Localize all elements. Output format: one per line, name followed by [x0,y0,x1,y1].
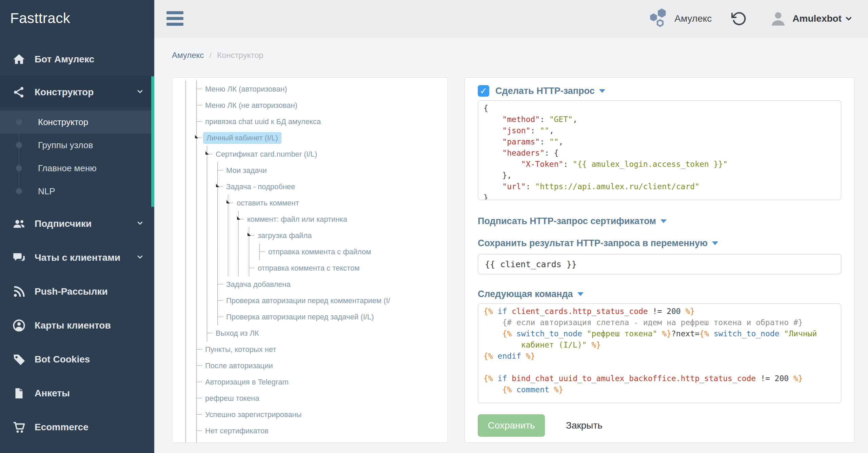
subitem-label: NLP [38,186,55,197]
tree-node-label: отправка коммента с текстом [256,262,362,274]
tree-node-label: Личный кабинет (I/L) [203,132,281,144]
tree-node[interactable]: оставить коммент [228,195,448,211]
section-caret-icon [712,241,718,245]
chevron-down-icon [136,87,144,97]
breadcrumb: Амулекс/Конструктор [154,38,868,60]
subitem-label: Конструктор [38,117,88,127]
tree-node[interactable]: Меню ЛК (не авторизован) [197,97,448,114]
tree-node[interactable]: Личный кабинет (I/L) [197,130,448,146]
tree-node[interactable]: После авторизации [197,358,448,374]
sidebar-item-push[interactable]: Push-Рассылки [0,275,154,309]
tree-node-label: Меню ЛК (не авторизован) [203,100,299,111]
constructor-submenu: Конструктор Группы узлов Главное меню NL… [0,108,154,207]
user-avatar[interactable] [769,10,787,27]
result-variable-input[interactable]: {{ client_cards }} [478,254,841,274]
username-label: Amulexbot [792,13,842,24]
sidebar-item-constructor[interactable]: Конструктор [0,76,154,108]
sidebar-subitem-nlp[interactable]: NLP [0,180,154,203]
sign-request-section-header[interactable]: Подписать HTTP-запрос сертификатом [478,216,656,226]
expanded-triangle-icon[interactable] [226,200,230,203]
sidebar-item-client-chats[interactable]: Чаты с клиентами [0,241,154,275]
sidebar-group-constructor: Конструктор Конструктор Группы узлов Гла… [0,76,154,207]
tree-node[interactable]: Авторизация в Telegram [197,374,448,390]
tree-node[interactable]: Проверка авторизации перед задачей (I/L) [218,309,448,325]
chats-icon [12,251,26,264]
tree-node[interactable]: Проверка авторизации перед комментарием … [218,293,448,309]
tree-node[interactable]: привязка chat uuid к БД амулекса [197,114,448,130]
expanded-triangle-icon[interactable] [237,216,240,220]
hamburger-menu-button[interactable] [166,8,183,28]
sidebar-item-label: Push-Рассылки [35,286,108,297]
app-window: Fasttrack Бот Амулекс Конструктор Констр… [0,0,868,453]
tree-node-label: Сертификат card.number (I/L) [214,149,319,160]
topbar: Амулекс Amulexbot [154,0,868,37]
user-circle-icon [12,319,26,332]
tree-node[interactable]: Задача - подробнее [218,179,448,195]
section-caret-icon [577,292,584,296]
sidebar-item-subscribers[interactable]: Подписчики [0,207,154,241]
tree-node[interactable]: загрузка файла [249,228,448,244]
expanded-triangle-icon[interactable] [195,135,198,138]
next-command-code-editor[interactable]: {% if client_cards.http_status_code != 2… [478,303,841,403]
tree-node[interactable]: Задача добавлена [218,276,448,293]
sidebar-item-bot-amulex[interactable]: Бот Амулекс [0,42,154,76]
section-caret-icon [599,89,605,93]
sidebar-item-forms[interactable]: Анкеты [0,376,154,410]
topbar-right: Амулекс Amulexbot [649,7,853,30]
save-result-section-header[interactable]: Сохранить результат HTTP-запроса в перем… [478,238,708,249]
sidebar-item-label: Конструктор [35,87,94,98]
tree-node[interactable]: отправка коммента с файлом [260,244,448,260]
home-icon [12,53,26,66]
breadcrumb-link-bot[interactable]: Амулекс [172,51,204,60]
tree-node[interactable]: коммент: файл или картинка [239,211,448,228]
sidebar-item-label: Карты клиентов [35,320,111,331]
tree-node-label: Мои задачи [224,165,269,176]
sidebar-item-bot-cookies[interactable]: Bot Cookies [0,342,154,376]
expanded-triangle-icon[interactable] [216,184,219,187]
tree-node-label: загрузка файла [256,230,314,241]
sidebar-item-label: Бот Амулекс [35,54,94,65]
tree-node-label: оставить коммент [235,197,301,209]
tree-node[interactable]: рефреш токена [197,390,448,407]
save-button[interactable]: Сохранить [478,414,545,437]
node-tree: Меню ЛК (авторизован)Меню ЛК (не авториз… [172,78,448,443]
chevron-down-icon [136,253,144,262]
file-icon [12,387,26,399]
tree-node[interactable]: Пункты, которых нет [197,341,448,358]
users-icon [12,217,26,231]
tree-node[interactable]: Выход из ЛК [207,325,448,341]
chevron-down-icon [136,219,144,229]
tree-node[interactable]: Сертификат card.number (I/L) [207,146,448,162]
undo-icon[interactable] [731,11,747,26]
http-request-section-header[interactable]: Сделать HTTP-запрос [495,86,595,96]
bot-selector[interactable]: Амулекс [649,7,712,30]
tree-node[interactable]: Успешно зарегистрированы [197,407,448,423]
tree-node-label: Задача добавлена [224,279,293,290]
tree-node[interactable]: Нет сертификатов [197,423,448,439]
expanded-triangle-icon[interactable] [248,233,251,236]
hexagons-logo-icon [649,7,670,30]
sidebar-item-label: Подписчики [35,218,92,229]
expanded-triangle-icon[interactable] [205,151,209,155]
subitem-label: Группы узлов [38,140,93,151]
user-menu-chevron-icon[interactable] [844,14,853,23]
sidebar-subitem-main-menu[interactable]: Главное меню [0,157,154,180]
cart-icon [12,420,26,434]
tree-node-label: рефреш токена [203,393,261,404]
rss-icon [12,285,26,298]
sidebar: Fasttrack Бот Амулекс Конструктор Констр… [0,0,154,453]
http-request-code-editor[interactable]: { "method": "GET", "json": "", "params":… [478,100,841,200]
tree-node[interactable]: Мои задачи [218,162,448,179]
sidebar-item-ecommerce[interactable]: Ecommerce [0,410,154,444]
tree-node[interactable]: Получить подарок [197,439,448,443]
tree-node[interactable]: Меню ЛК (авторизован) [197,81,448,97]
next-command-section-header[interactable]: Следующая команда [478,289,573,299]
sidebar-subitem-constructor[interactable]: Конструктор [0,111,154,134]
http-request-checkbox[interactable]: ✓ [478,85,489,97]
current-bot-name: Амулекс [674,13,712,24]
tree-node-label: отправка коммента с файлом [266,246,373,258]
sidebar-subitem-node-groups[interactable]: Группы узлов [0,134,154,157]
close-button[interactable]: Закрыть [566,420,603,431]
tree-node[interactable]: отправка коммента с текстом [249,260,448,276]
sidebar-item-client-cards[interactable]: Карты клиентов [0,309,154,342]
